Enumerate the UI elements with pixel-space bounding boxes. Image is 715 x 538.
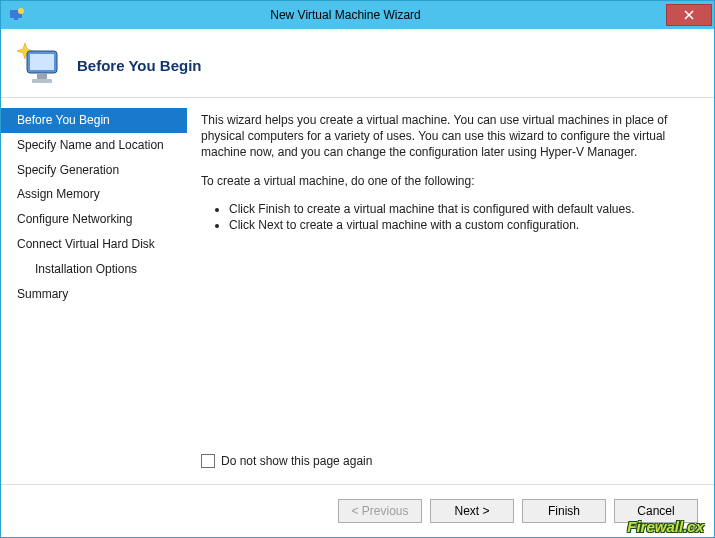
step-specify-generation[interactable]: Specify Generation bbox=[1, 158, 187, 183]
dont-show-again-checkbox[interactable] bbox=[201, 454, 215, 468]
instruction-item: Click Next to create a virtual machine w… bbox=[229, 217, 694, 233]
finish-button[interactable]: Finish bbox=[522, 499, 606, 523]
svg-point-2 bbox=[18, 8, 24, 14]
next-button[interactable]: Next > bbox=[430, 499, 514, 523]
instruction-list: Click Finish to create a virtual machine… bbox=[201, 201, 694, 233]
wizard-content: This wizard helps you create a virtual m… bbox=[187, 98, 714, 484]
previous-button: < Previous bbox=[338, 499, 422, 523]
instruction-item: Click Finish to create a virtual machine… bbox=[229, 201, 694, 217]
svg-rect-9 bbox=[32, 79, 52, 83]
prompt-text: To create a virtual machine, do one of t… bbox=[201, 173, 694, 189]
svg-rect-1 bbox=[14, 18, 18, 20]
step-specify-name-location[interactable]: Specify Name and Location bbox=[1, 133, 187, 158]
wizard-footer: < Previous Next > Finish Cancel Firewall… bbox=[1, 484, 714, 537]
close-button[interactable] bbox=[666, 4, 712, 26]
step-before-you-begin[interactable]: Before You Begin bbox=[1, 108, 187, 133]
intro-text: This wizard helps you create a virtual m… bbox=[201, 112, 694, 161]
dont-show-again-label: Do not show this page again bbox=[221, 454, 372, 468]
step-summary[interactable]: Summary bbox=[1, 282, 187, 307]
step-installation-options[interactable]: Installation Options bbox=[1, 257, 187, 282]
wizard-window: New Virtual Machine Wizard Before You Be… bbox=[0, 0, 715, 538]
cancel-button[interactable]: Cancel bbox=[614, 499, 698, 523]
wizard-monitor-icon bbox=[17, 41, 65, 89]
window-title: New Virtual Machine Wizard bbox=[25, 8, 666, 22]
titlebar: New Virtual Machine Wizard bbox=[1, 1, 714, 29]
app-icon bbox=[9, 7, 25, 23]
close-icon bbox=[684, 10, 694, 20]
wizard-header: Before You Begin bbox=[1, 29, 714, 97]
step-connect-vhd[interactable]: Connect Virtual Hard Disk bbox=[1, 232, 187, 257]
step-assign-memory[interactable]: Assign Memory bbox=[1, 182, 187, 207]
wizard-steps-sidebar: Before You Begin Specify Name and Locati… bbox=[1, 98, 187, 484]
svg-rect-7 bbox=[30, 54, 54, 70]
dont-show-again-row[interactable]: Do not show this page again bbox=[201, 454, 694, 468]
wizard-body: Before You Begin Specify Name and Locati… bbox=[1, 98, 714, 484]
page-title: Before You Begin bbox=[77, 57, 201, 74]
step-configure-networking[interactable]: Configure Networking bbox=[1, 207, 187, 232]
svg-rect-8 bbox=[37, 74, 47, 79]
